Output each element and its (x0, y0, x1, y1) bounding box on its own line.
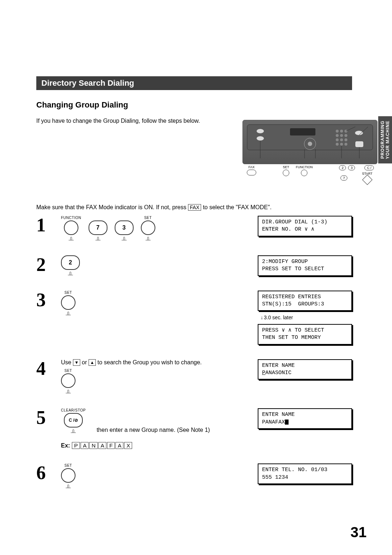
key-X: X (124, 442, 132, 449)
control-panel-illustration (242, 120, 377, 164)
press-icon (64, 311, 72, 316)
seven-button: 7 (89, 220, 107, 235)
step-4-body: Use ▼ or ▲ to search the Group you wish … (61, 359, 248, 394)
num-callouts: 2 3 C / (339, 165, 374, 170)
function-button (64, 220, 78, 235)
step-1: 1 FUNCTION 7 3 (36, 216, 352, 241)
step-2-buttons: 2 (61, 255, 80, 276)
fax-callout-btn (247, 170, 256, 175)
svg-point-16 (257, 129, 264, 133)
set-button-col: SET (61, 291, 75, 316)
svg-point-8 (340, 134, 343, 137)
step-5-note: then enter a new Group name. (See Note 1… (97, 427, 210, 433)
clear-stop-label: CLEAR/STOP (61, 408, 86, 412)
step-5-body: CLEAR/STOP C /⊘ then enter a new Group n… (61, 408, 248, 449)
step4-pre: Use (61, 359, 73, 365)
svg-point-4 (336, 130, 339, 133)
cursor-icon (285, 420, 289, 425)
mid-callouts: SET FUNCTION (283, 165, 313, 184)
step-4-text: Use ▼ or ▲ to search the Group you wish … (61, 359, 248, 366)
set-callout-btn (283, 170, 289, 176)
function-label: FUNCTION (61, 216, 81, 220)
step-number: 6 (36, 463, 51, 482)
panel-svg (246, 124, 373, 160)
set-label: SET (144, 216, 152, 220)
step-2: 2 2 2:MODIFY GROUP PRESS SET TO SELECT (36, 255, 352, 276)
ex-label: Ex: (61, 442, 70, 449)
set-callout: SET (283, 165, 289, 184)
step-6: 6 SET ENTER TEL. NO. 01/03 555 1234 (36, 463, 352, 489)
callout-clear: C / (364, 165, 374, 170)
panel-callouts: FAX SET FUNCTION 2 3 C / 7 STA (243, 165, 377, 184)
press-icon (64, 389, 72, 394)
set-button (141, 220, 155, 235)
lcd-display: ENTER NAME PANASONIC (258, 359, 352, 380)
set-button-col: SET (141, 216, 155, 241)
set-label: SET (65, 291, 72, 295)
step-1-buttons: FUNCTION 7 3 SET (61, 216, 155, 241)
set-button-col: SET (61, 463, 75, 489)
mode-instruction: Make sure that the FAX Mode indicator is… (36, 204, 352, 211)
function-callout-btn (301, 170, 307, 176)
step-number: 5 (36, 408, 51, 427)
press-icon (66, 271, 74, 276)
delay-note: 3.0 sec. later (261, 315, 352, 320)
sub-heading: Changing Group Dialing (36, 100, 352, 110)
lcd-display: REGISTERED ENTRIES STN(S):15 GROUPS:3 (258, 291, 352, 311)
press-icon (120, 236, 128, 241)
step-5-display: ENTER NAME PANAFAX (258, 408, 352, 429)
fax-key: FAX (188, 204, 201, 211)
step-4-display: ENTER NAME PANASONIC (258, 359, 352, 380)
callout-7: 7 (340, 175, 347, 181)
callout-2: 2 (339, 165, 346, 170)
set-button (61, 468, 75, 483)
page-number: 31 (351, 524, 367, 540)
key-A: A (81, 442, 89, 449)
fax-callout-label: FAX (247, 165, 256, 169)
step-3: 3 SET REGISTERED ENTRIES STN(S):15 GROUP… (36, 291, 352, 345)
mode-pre: Make sure that the FAX Mode indicator is… (36, 204, 188, 210)
fax-callout: FAX (247, 165, 256, 184)
press-icon (64, 483, 72, 489)
start-callout: START (362, 172, 372, 184)
seven-button-col: 7 (89, 216, 107, 241)
steps-list: 1 FUNCTION 7 3 (36, 216, 352, 489)
lcd-line: ENTER NAME (262, 362, 295, 369)
section-tab-text: PROGRAMMINGYOUR MACHINE (380, 121, 391, 159)
lcd-underline: P (262, 370, 265, 376)
set-button-col: SET (61, 369, 75, 394)
key-A: A (98, 442, 106, 449)
function-button-col: FUNCTION (61, 216, 81, 241)
svg-point-7 (336, 134, 339, 137)
key-A: A (115, 442, 123, 449)
step-3-display: REGISTERED ENTRIES STN(S):15 GROUPS:3 3.… (258, 291, 352, 345)
title-bar: Directory Search Dialing (36, 76, 352, 90)
svg-point-13 (336, 143, 339, 146)
two-button-col: 2 (61, 255, 80, 276)
lcd-display: ENTER TEL. NO. 01/03 555 1234 (258, 463, 352, 484)
key-N: N (89, 442, 98, 449)
set-label: SET (65, 463, 72, 467)
lcd-display: 2:MODIFY GROUP PRESS SET TO SELECT (258, 255, 352, 276)
svg-point-9 (344, 134, 347, 137)
clear-stop-button: C /⊘ (64, 413, 83, 428)
step-3-buttons: SET (61, 291, 75, 316)
step-1-display: DIR.GROUP DIAL (1-3) ENTER NO. OR ∨ ∧ (258, 216, 352, 236)
svg-point-10 (336, 138, 339, 141)
step-6-display: ENTER TEL. NO. 01/03 555 1234 (258, 463, 352, 484)
three-button-col: 3 (115, 216, 134, 241)
step-5-buttons: CLEAR/STOP C /⊘ then enter a new Group n… (61, 408, 248, 433)
section-tab: PROGRAMMINGYOUR MACHINE (378, 116, 392, 163)
set-button (61, 295, 75, 310)
svg-point-12 (344, 138, 347, 141)
press-icon (67, 236, 75, 241)
svg-point-18 (355, 131, 363, 135)
svg-point-17 (257, 136, 264, 141)
svg-point-3 (308, 142, 312, 146)
start-callout-btn (362, 175, 372, 185)
set-callout-label: SET (283, 165, 289, 169)
svg-rect-19 (355, 141, 363, 147)
step-number: 1 (36, 216, 51, 235)
lcd-display: ENTER NAME PANAFAX (258, 408, 352, 429)
step-4-buttons: SET (61, 369, 248, 394)
